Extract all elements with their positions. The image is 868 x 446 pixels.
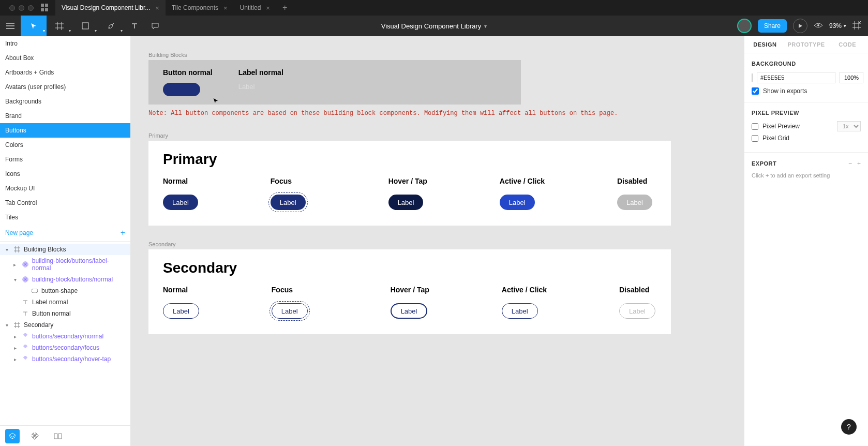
layer-component-sec-normal[interactable]: ▸ buttons/secondary/normal [0, 331, 130, 342]
master-label-text[interactable]: Label [238, 83, 283, 91]
bg-hex-input[interactable] [757, 72, 835, 83]
move-tool[interactable]: ▾ [21, 16, 47, 36]
page-label: Brand [5, 112, 22, 120]
new-page-button[interactable]: New page + [0, 225, 130, 241]
frame-tool[interactable]: ▾ [47, 16, 72, 36]
tab-code[interactable]: CODE [827, 36, 868, 53]
show-in-exports-checkbox[interactable] [752, 87, 759, 95]
close-icon[interactable]: × [223, 4, 228, 12]
page-item-about-box[interactable]: About Box [0, 51, 130, 65]
pixel-preview-checkbox[interactable] [752, 123, 758, 130]
button-primary-active[interactable]: Label [500, 195, 535, 210]
file-tab-label: Tile Components [172, 4, 218, 11]
pixel-preview-scale-select[interactable]: 1x [837, 121, 861, 131]
color-swatch[interactable] [752, 73, 753, 82]
shape-icon [31, 287, 38, 294]
button-primary-focus[interactable]: Label [271, 195, 306, 210]
text-tool[interactable] [124, 16, 145, 36]
tab-prototype[interactable]: PROTOTYPE [786, 36, 827, 53]
library-tab-button[interactable] [51, 429, 65, 443]
comment-tool[interactable] [145, 16, 166, 36]
page-item-intro[interactable]: Intro [0, 36, 130, 51]
layer-label: Label normal [32, 299, 68, 306]
layer-component-normal[interactable]: ▾ building-block/buttons/normal [0, 274, 130, 285]
layer-component-label-normal[interactable]: ▸ building-block/buttons/label-normal [0, 255, 130, 274]
layer-component-sec-focus[interactable]: ▸ buttons/secondary/focus [0, 342, 130, 353]
layer-label: building-block/buttons/normal [32, 276, 113, 283]
button-primary-normal[interactable]: Label [163, 195, 198, 210]
button-secondary-focus[interactable]: Label [272, 303, 308, 319]
page-item-buttons[interactable]: Buttons [0, 123, 130, 138]
button-secondary-active[interactable]: Label [502, 303, 538, 319]
file-tab-0[interactable]: Visual Design Component Libr... × [55, 0, 166, 16]
new-tab-button[interactable]: + [276, 3, 293, 12]
state-label: Normal [163, 286, 199, 294]
view-settings-button[interactable] [814, 22, 823, 30]
layer-text-label-normal[interactable]: Label normal [0, 296, 130, 308]
view-options-button[interactable] [852, 21, 861, 31]
disclosure-closed-icon[interactable]: ▸ [11, 262, 19, 267]
frame-secondary[interactable]: Secondary NormalLabel FocusLabel Hover /… [148, 249, 671, 334]
collapse-icon[interactable]: − [848, 160, 852, 167]
disclosure-closed-icon[interactable]: ▸ [11, 356, 19, 362]
tab-design[interactable]: DESIGN [744, 36, 786, 53]
disclosure-closed-icon[interactable]: ▸ [11, 345, 19, 351]
help-button[interactable]: ? [841, 419, 857, 435]
add-export-icon[interactable]: + [857, 160, 861, 167]
disclosure-open-icon[interactable]: ▾ [11, 277, 19, 283]
frame-building-blocks[interactable]: Button normal Label normal Label [148, 60, 521, 105]
canvas[interactable]: Building Blocks Button normal Label norm… [131, 36, 744, 446]
file-tab-2[interactable]: Untitled × [234, 0, 276, 16]
present-button[interactable] [793, 19, 807, 33]
avatar[interactable] [737, 19, 752, 33]
frame-label[interactable]: Building Blocks [148, 52, 717, 58]
section-title: PIXEL PREVIEW [752, 110, 861, 116]
page-item-icons[interactable]: Icons [0, 167, 130, 181]
layer-frame-building-blocks[interactable]: ▾ Building Blocks [0, 244, 130, 255]
layers-tab-button[interactable] [5, 429, 20, 443]
file-tab-1[interactable]: Tile Components × [166, 0, 234, 16]
state-label: Hover / Tap [391, 286, 429, 294]
button-primary-hover[interactable]: Label [388, 195, 424, 210]
apps-icon[interactable] [41, 4, 49, 12]
master-button-shape[interactable] [163, 83, 200, 96]
disclosure-open-icon[interactable]: ▾ [3, 322, 10, 328]
layer-shape-button[interactable]: button-shape [0, 285, 130, 296]
page-item-forms[interactable]: Forms [0, 152, 130, 167]
close-icon[interactable]: × [266, 4, 270, 12]
zoom-select[interactable]: 93% ▾ [829, 22, 846, 29]
layer-text-button-normal[interactable]: Button normal [0, 308, 130, 319]
svg-rect-0 [82, 23, 88, 29]
close-icon[interactable]: × [155, 4, 159, 12]
shape-tool[interactable]: ▾ [72, 16, 98, 36]
layer-frame-secondary[interactable]: ▾ Secondary [0, 319, 130, 331]
button-primary-disabled[interactable]: Label [617, 195, 652, 210]
main-menu-button[interactable] [0, 16, 21, 36]
page-item-tiles[interactable]: Tiles [0, 210, 130, 225]
assets-tab-button[interactable] [28, 429, 42, 443]
share-button[interactable]: Share [758, 19, 787, 33]
page-item-brand[interactable]: Brand [0, 109, 130, 123]
page-item-artboards-grids[interactable]: Artboards + Grids [0, 65, 130, 80]
page-item-tab-control[interactable]: Tab Control [0, 196, 130, 210]
frame-primary[interactable]: Primary NormalLabel FocusLabel Hover / T… [148, 141, 671, 226]
frame-label[interactable]: Secondary [148, 241, 717, 247]
pixel-grid-checkbox[interactable] [752, 135, 758, 142]
frame-label[interactable]: Primary [148, 132, 717, 139]
disclosure-closed-icon[interactable]: ▸ [11, 334, 19, 339]
pen-tool[interactable]: ▾ [98, 16, 124, 36]
window-controls[interactable] [4, 5, 39, 11]
page-item-avatars[interactable]: Avatars (user profiles) [0, 80, 130, 94]
page-item-mockup-ui[interactable]: Mockup UI [0, 181, 130, 196]
button-secondary-disabled[interactable]: Label [619, 303, 655, 319]
layer-component-sec-hover[interactable]: ▸ buttons/secondary/hover-tap [0, 353, 130, 365]
disclosure-open-icon[interactable]: ▾ [3, 247, 10, 252]
button-secondary-normal[interactable]: Label [163, 303, 199, 319]
show-in-exports-label: Show in exports [763, 87, 807, 95]
button-secondary-hover[interactable]: Label [391, 303, 428, 319]
component-icon [22, 261, 29, 268]
document-title[interactable]: Visual Design Component Library ▾ [381, 22, 487, 30]
page-item-colors[interactable]: Colors [0, 138, 130, 152]
page-item-backgrounds[interactable]: Backgrounds [0, 94, 130, 109]
bg-opacity-input[interactable] [840, 72, 863, 83]
